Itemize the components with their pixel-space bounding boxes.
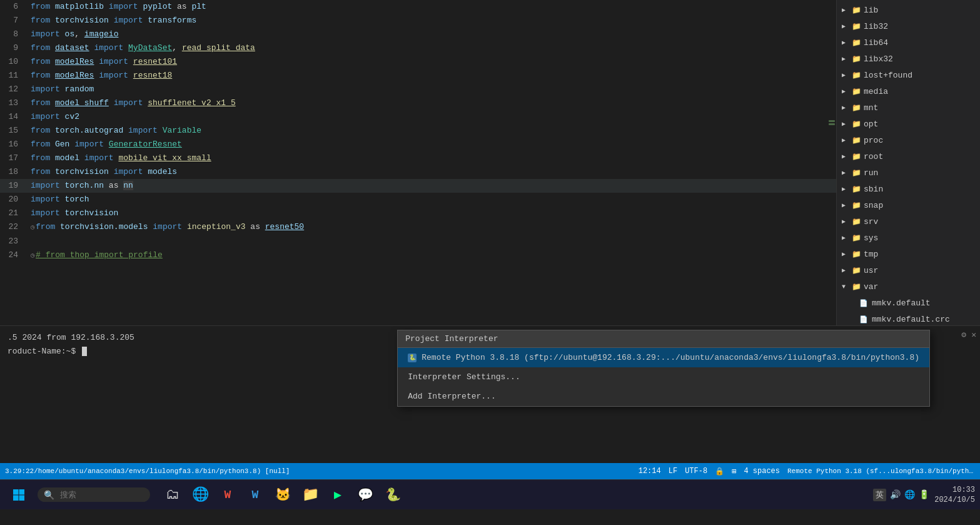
line-code[interactable]: from modelRes import resnet101: [28, 55, 836, 69]
terminal-icon[interactable]: ▶: [325, 482, 350, 507]
status-indent: ⊞: [732, 467, 736, 476]
tree-item-label: srv: [864, 215, 878, 229]
tray-volume-icon[interactable]: 🔊: [890, 489, 901, 500]
line-number: 18: [0, 165, 28, 179]
minimap-scrollbar: [827, 119, 836, 126]
line-code[interactable]: import torch: [28, 193, 836, 206]
line-code[interactable]: import torchvision: [28, 206, 836, 220]
line-number: 21: [0, 206, 28, 220]
list-item[interactable]: ▶📁tmp: [837, 247, 980, 263]
line-code[interactable]: [28, 235, 836, 248]
list-item[interactable]: ▶📁sbin: [837, 181, 980, 198]
context-menu-item[interactable]: Add Interpreter...: [398, 387, 929, 406]
line-code[interactable]: from torch.autograd import Variable: [28, 124, 836, 138]
list-item[interactable]: 📄mmkv.default: [837, 295, 980, 312]
status-spaces: 4 spaces: [744, 467, 780, 476]
line-code[interactable]: import cv2: [28, 110, 836, 124]
context-menu: Project Interpreter 🐍Remote Python 3.8.1…: [397, 330, 930, 407]
line-code[interactable]: ◷from torchvision.models import inceptio…: [28, 220, 836, 235]
tree-item-label: sys: [864, 232, 878, 245]
folder-icon: 📁: [852, 215, 861, 229]
line-code[interactable]: from dataset import MyDataSet, read_spli…: [28, 41, 836, 55]
list-item[interactable]: ▶📁opt: [837, 116, 980, 133]
taskbar: 🔍 🗂 🌐 W W 🐱: [0, 479, 980, 509]
taskbar-icons: 🗂 🌐 W W 🐱 📁 ▶: [160, 482, 405, 507]
terminal-section[interactable]: ⚙ ✕ .5 2024 from 192.168.3.205 roduct-Na…: [0, 325, 980, 463]
table-row: 7from torchvision import transforms: [0, 14, 836, 28]
context-menu-item-label: Remote Python 3.8.18 (sftp://ubuntu@192.…: [422, 353, 919, 362]
line-number: 22: [0, 220, 28, 235]
line-code[interactable]: from torchvision import transforms: [28, 14, 836, 28]
table-row: 12import random: [0, 83, 836, 96]
list-item[interactable]: ▶📁sys: [837, 230, 980, 247]
tray-time[interactable]: 10:33 2024/10/5: [934, 485, 975, 505]
settings-icon[interactable]: ⚙: [961, 330, 966, 340]
folder-icon: 📁: [852, 232, 861, 245]
folder-icon: 📁: [852, 248, 861, 262]
line-number: 23: [0, 235, 28, 248]
line-code[interactable]: from model_shuff import shufflenet_v2_x1…: [28, 96, 836, 110]
line-code[interactable]: from torchvision import models: [28, 165, 836, 179]
table-row: 22◷from torchvision.models import incept…: [0, 220, 836, 235]
line-code[interactable]: import torch.nn as nn: [28, 179, 836, 193]
list-item[interactable]: ▶📁root: [837, 149, 980, 165]
file-explorer-icon[interactable]: 🗂: [160, 482, 185, 507]
folder-icon: 📁: [852, 20, 861, 34]
line-code[interactable]: import os, imageio: [28, 28, 836, 41]
table-row: 6from matplotlib import pyplot as plt: [0, 0, 836, 14]
line-number: 17: [0, 151, 28, 165]
browser-icon[interactable]: 🌐: [188, 482, 213, 507]
list-item[interactable]: ▶📁lib32: [837, 19, 980, 35]
app-icon-blue[interactable]: W: [243, 482, 268, 507]
tray-lang[interactable]: 英: [873, 489, 886, 501]
tray-network-icon[interactable]: 🌐: [904, 489, 915, 500]
line-code[interactable]: ◷# from thop import profile: [28, 248, 836, 263]
list-item[interactable]: ▶📁srv: [837, 214, 980, 230]
context-menu-item[interactable]: Interpreter Settings...: [398, 367, 929, 387]
status-interpreter: Remote Python 3.18 (sf...ulongfa3.8/bin/…: [787, 467, 975, 475]
tray-battery-icon[interactable]: 🔋: [919, 489, 929, 500]
line-code[interactable]: from Gen import GeneratorResnet: [28, 138, 836, 151]
editor-area[interactable]: 6from matplotlib import pyplot as plt7fr…: [0, 0, 836, 325]
tree-item-label: snap: [864, 199, 883, 213]
line-code[interactable]: import random: [28, 83, 836, 96]
line-code[interactable]: from model import mobile_vit_xx_small: [28, 151, 836, 165]
line-code[interactable]: from modelRes import resnet18: [28, 69, 836, 83]
list-item[interactable]: ▶📁lost+found: [837, 68, 980, 84]
table-row: 24◷# from thop import profile: [0, 248, 836, 263]
taskbar-tray: 英 🔊 🌐 🔋 10:33 2024/10/5: [873, 485, 975, 505]
line-number: 14: [0, 110, 28, 124]
pycharm-icon[interactable]: 🐍: [380, 482, 405, 507]
close-icon[interactable]: ✕: [971, 330, 976, 340]
list-item[interactable]: ▶📁usr: [837, 263, 980, 279]
taskbar-search-input[interactable]: [38, 487, 150, 502]
code-table: 6from matplotlib import pyplot as plt7fr…: [0, 0, 836, 263]
app-icon-cat[interactable]: 🐱: [270, 482, 295, 507]
start-button[interactable]: [5, 482, 33, 507]
folder-icon: 📁: [852, 183, 861, 196]
svg-rect-2: [13, 495, 19, 501]
folder-icon: 📁: [852, 36, 861, 50]
messaging-icon[interactable]: 💬: [353, 482, 378, 507]
list-item[interactable]: 📄mmkv.default.crc: [837, 312, 980, 325]
line-code[interactable]: from matplotlib import pyplot as plt: [28, 0, 836, 14]
folder-icon: 📁: [852, 101, 861, 115]
tree-item-label: usr: [864, 264, 878, 278]
list-item[interactable]: ▶📁snap: [837, 198, 980, 214]
file-manager-icon[interactable]: 📁: [298, 482, 323, 507]
list-item[interactable]: ▶📁lib: [837, 3, 980, 19]
wps-icon[interactable]: W: [215, 482, 240, 507]
chevron-right-icon: ▶: [842, 199, 849, 213]
list-item[interactable]: ▶📁run: [837, 165, 980, 181]
line-number: 9: [0, 41, 28, 55]
list-item[interactable]: ▼📁var: [837, 279, 980, 295]
tree-item-label: proc: [864, 134, 883, 148]
list-item[interactable]: ▶📁proc: [837, 133, 980, 149]
list-item[interactable]: ▶📁mnt: [837, 100, 980, 116]
list-item[interactable]: ▶📁libx32: [837, 51, 980, 68]
list-item[interactable]: ▶📁media: [837, 84, 980, 100]
context-menu-item[interactable]: 🐍Remote Python 3.8.18 (sftp://ubuntu@192…: [398, 348, 929, 367]
search-area[interactable]: 🔍: [38, 487, 150, 502]
folder-icon: 📁: [852, 118, 861, 131]
list-item[interactable]: ▶📁lib64: [837, 35, 980, 51]
